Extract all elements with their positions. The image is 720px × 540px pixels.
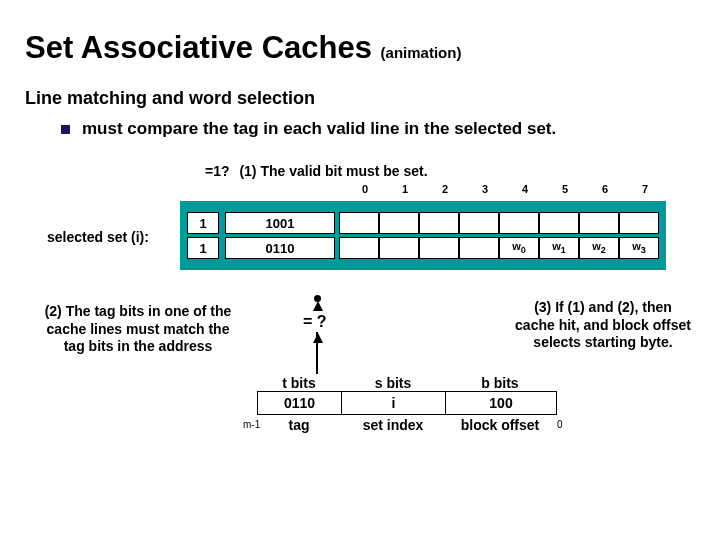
block-byte-w2: w2 [579, 237, 619, 259]
block-index-labels: 0 1 2 3 4 5 6 7 [345, 183, 665, 195]
slide-title: Set Associative Caches [25, 30, 372, 65]
arrow-dot-icon [314, 295, 321, 302]
block-byte [579, 212, 619, 234]
addr-hdr-t: t bits [257, 375, 341, 391]
tag-field: 1001 [225, 212, 335, 234]
addr-hdr-b: b bits [445, 375, 555, 391]
valid-bit: 1 [187, 237, 219, 259]
bottom-diagram: (2) The tag bits in one of the cache lin… [25, 303, 695, 483]
block-byte [339, 237, 379, 259]
arrow-up-icon [313, 333, 323, 343]
addr-val-tag: 0110 [258, 392, 342, 414]
bit-label-0: 0 [557, 419, 563, 430]
block-byte [419, 212, 459, 234]
block-byte [459, 212, 499, 234]
equals-question: = ? [303, 313, 327, 331]
block-byte [539, 212, 579, 234]
block-byte [459, 237, 499, 259]
addr-lbl-set: set index [341, 415, 445, 433]
subtitle: Line matching and word selection [25, 88, 695, 109]
block-byte [379, 212, 419, 234]
address-breakdown: t bits s bits b bits 0110 i 100 tag set … [257, 375, 557, 433]
addr-lbl-tag: tag [257, 415, 341, 433]
bullet-row: must compare the tag in each valid line … [61, 119, 695, 139]
bit-label-m1: m-1 [243, 419, 260, 430]
step-1: =1? (1) The valid bit must be set. [205, 163, 695, 179]
step-1-question: =1? [205, 163, 230, 179]
arrow-up-icon [313, 301, 323, 311]
block-byte [419, 237, 459, 259]
block-byte [619, 212, 659, 234]
square-bullet-icon [61, 125, 70, 134]
block-byte [499, 212, 539, 234]
step-2: (2) The tag bits in one of the cache lin… [43, 303, 233, 356]
addr-val-off: 100 [446, 392, 556, 414]
cache-line-1: 1 0110 w0 w1 w2 w3 [187, 237, 659, 259]
selected-set: 1 1001 1 0110 w0 w1 [180, 201, 666, 270]
step-1-text: (1) The valid bit must be set. [239, 163, 427, 179]
block-byte [379, 237, 419, 259]
block-byte [339, 212, 379, 234]
addr-hdr-s: s bits [341, 375, 445, 391]
step-3: (3) If (1) and (2), then cache hit, and … [513, 299, 693, 352]
addr-lbl-off: block offset [445, 415, 555, 433]
bullet-text: must compare the tag in each valid line … [82, 119, 556, 139]
cache-diagram: 0 1 2 3 4 5 6 7 selected set (i): 1 1001… [25, 183, 695, 293]
slide-title-anim: (animation) [381, 44, 462, 61]
addr-val-set: i [342, 392, 446, 414]
cache-line-0: 1 1001 [187, 212, 659, 234]
valid-bit: 1 [187, 212, 219, 234]
block-byte-w3: w3 [619, 237, 659, 259]
block-byte-w0: w0 [499, 237, 539, 259]
block-byte-w1: w1 [539, 237, 579, 259]
tag-field: 0110 [225, 237, 335, 259]
selected-set-label: selected set (i): [47, 229, 149, 245]
